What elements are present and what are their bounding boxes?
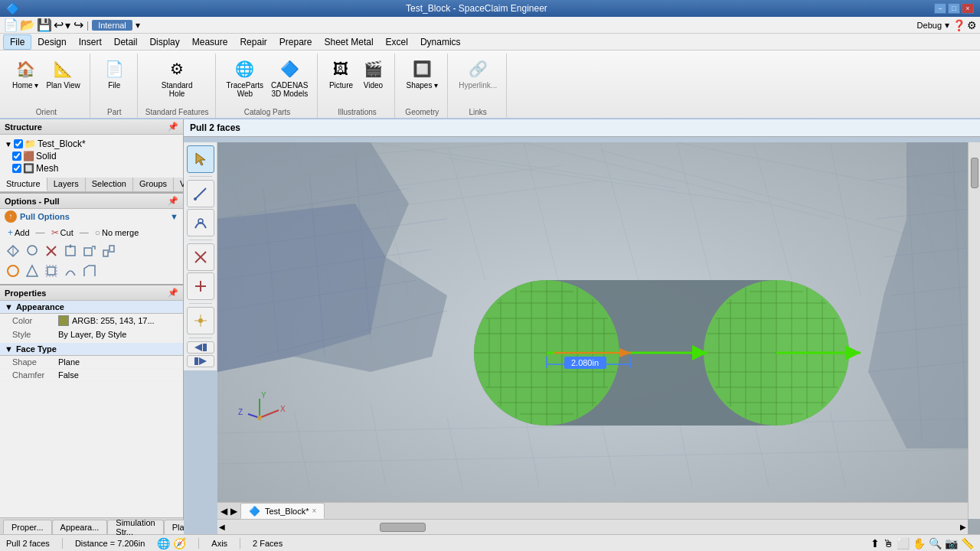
standard-hole-button[interactable]: ⚙ StandardHole <box>158 55 196 99</box>
debug-dropdown[interactable]: ▾ <box>945 20 949 31</box>
pull-options-section[interactable]: ↑ Pull Options ▼ <box>0 209 183 224</box>
tool-draft[interactable] <box>24 262 41 279</box>
viewport-vscrollbar[interactable] <box>968 142 980 519</box>
menu-excel[interactable]: Excel <box>380 35 414 49</box>
tool-delete[interactable] <box>43 243 60 259</box>
status-camera-icon[interactable]: 📷 <box>945 537 958 549</box>
curve-tool-button[interactable] <box>187 209 214 236</box>
hscroll-right-icon[interactable]: ▶ <box>960 523 966 531</box>
status-select-icon[interactable]: 🖱 <box>883 537 893 549</box>
redo-icon[interactable]: ↪ <box>74 18 83 32</box>
traceparts-button[interactable]: 🌐 TracePartsWeb <box>224 55 267 99</box>
face-type-expand-icon: ▼ <box>5 344 13 354</box>
hscroll-left-icon[interactable]: ◀ <box>219 523 225 531</box>
undo-icon[interactable]: ↩ <box>54 18 64 32</box>
menu-insert[interactable]: Insert <box>73 35 108 49</box>
collapse-icon[interactable]: ▼ <box>170 212 178 221</box>
doc-tab-close[interactable]: × <box>312 507 316 515</box>
menu-file[interactable]: File <box>3 34 31 50</box>
v-scroll-thumb[interactable] <box>971 158 978 188</box>
picture-button[interactable]: 🖼 Picture <box>325 55 356 91</box>
status-box-select-icon[interactable]: ⬜ <box>897 537 910 549</box>
tree-item-testblock[interactable]: ▼ 📁 Test_Block* <box>3 138 180 150</box>
tag-dropdown[interactable]: ▾ <box>136 20 140 31</box>
menu-display[interactable]: Display <box>143 35 185 49</box>
close-button[interactable]: × <box>962 3 974 14</box>
maximize-button[interactable]: □ <box>948 3 960 14</box>
file-button[interactable]: 📄 File <box>99 55 129 91</box>
menu-design[interactable]: Design <box>31 35 72 49</box>
cadenas-button[interactable]: 🔷 CADENAS3D Models <box>268 55 311 99</box>
tool-revolve[interactable] <box>24 243 41 259</box>
new-icon[interactable]: 📄 <box>3 18 18 32</box>
tool-move[interactable] <box>62 243 79 259</box>
doc-nav-right[interactable]: ▶ <box>230 506 237 517</box>
h-scroll-thumb[interactable] <box>380 523 426 532</box>
status-sphere-icon[interactable]: 🌐 <box>157 537 170 549</box>
edge-tool-button[interactable] <box>187 180 214 207</box>
titlebar: 🔷 Test_Block - SpaceClaim Engineer − □ × <box>0 0 980 17</box>
status-measure-icon[interactable]: 📏 <box>961 537 974 549</box>
status-cursor-icon[interactable]: ⬆ <box>871 537 880 549</box>
status-pan-icon[interactable]: ✋ <box>913 537 926 549</box>
status-zoom-icon[interactable]: 🔍 <box>929 537 942 549</box>
tool-chamfer[interactable] <box>81 262 98 279</box>
menu-dynamics[interactable]: Dynamics <box>414 35 467 49</box>
scene-canvas[interactable]: 2.080in X Y Z <box>217 142 980 534</box>
video-button[interactable]: 🎬 Video <box>358 55 388 91</box>
hyperlink-button[interactable]: 🔗 Hyperlink... <box>456 55 500 91</box>
tool-scale[interactable] <box>100 243 117 259</box>
status-compass-icon[interactable]: 🧭 <box>173 537 186 549</box>
doc-tab-testblock[interactable]: 🔷 Test_Block* × <box>240 503 325 519</box>
save-icon[interactable]: 💾 <box>37 18 52 32</box>
internal-tag[interactable]: Internal <box>92 20 132 31</box>
help-icon[interactable]: ❓ <box>952 19 965 31</box>
nav-prev-button[interactable] <box>187 341 214 354</box>
mesh-checkbox[interactable] <box>12 164 21 173</box>
viewport-hscrollbar[interactable]: ◀ ▶ <box>217 519 968 534</box>
tab-structure[interactable]: Structure <box>0 178 47 191</box>
properties-pin-icon[interactable]: 📌 <box>168 288 178 298</box>
tool-shell[interactable] <box>5 262 21 279</box>
tab-groups[interactable]: Groups <box>133 178 174 191</box>
cut-button[interactable]: ✂ Cut <box>48 227 77 239</box>
tool-extrude[interactable] <box>5 243 21 259</box>
menu-prepare[interactable]: Prepare <box>273 35 318 49</box>
minimize-button[interactable]: − <box>934 3 946 14</box>
open-icon[interactable]: 📂 <box>20 18 35 32</box>
tab-properties[interactable]: Proper... <box>3 520 52 534</box>
testblock-checkbox[interactable] <box>14 139 23 148</box>
settings-icon[interactable]: ⚙ <box>967 19 977 31</box>
tool-rotate[interactable] <box>81 243 98 259</box>
home-button[interactable]: 🏠 Home ▾ <box>9 55 41 91</box>
tab-layers[interactable]: Layers <box>47 178 86 191</box>
tree-item-mesh[interactable]: 🔲 Mesh <box>3 162 180 174</box>
tab-simulation[interactable]: Simulation Str... <box>107 520 163 534</box>
face-tool-button[interactable] <box>187 243 214 271</box>
plane-tool-button[interactable] <box>187 272 214 300</box>
face-type-header[interactable]: ▼ Face Type <box>0 343 183 356</box>
solid-checkbox[interactable] <box>12 152 21 161</box>
nav-next-button[interactable] <box>187 355 214 367</box>
shapes-button[interactable]: 🔲 Shapes ▾ <box>403 55 441 91</box>
tab-selection[interactable]: Selection <box>86 178 133 191</box>
undo-arrow-icon[interactable]: ▾ <box>65 19 70 31</box>
menu-detail[interactable]: Detail <box>108 35 144 49</box>
tool-offset[interactable] <box>43 262 60 279</box>
add-button[interactable]: + Add <box>5 227 33 239</box>
menu-measure[interactable]: Measure <box>186 35 234 49</box>
color-swatch[interactable] <box>58 315 69 326</box>
appearance-header[interactable]: ▼ Appearance <box>0 301 183 314</box>
plan-view-button[interactable]: 📐 Plan View <box>43 55 83 91</box>
no-merge-button[interactable]: ○ No merge <box>92 227 142 239</box>
select-tool-button[interactable] <box>187 145 214 173</box>
tab-appearance[interactable]: Appeara... <box>52 520 108 534</box>
point-tool-button[interactable] <box>187 307 214 334</box>
tool-blend[interactable] <box>62 262 79 279</box>
structure-pin-icon[interactable]: 📌 <box>168 122 178 132</box>
options-pin-icon[interactable]: 📌 <box>168 196 178 206</box>
tree-item-solid[interactable]: 🟫 Solid <box>3 150 180 162</box>
doc-nav-left[interactable]: ◀ <box>220 506 227 517</box>
menu-sheet-metal[interactable]: Sheet Metal <box>318 35 380 49</box>
menu-repair[interactable]: Repair <box>234 35 273 49</box>
